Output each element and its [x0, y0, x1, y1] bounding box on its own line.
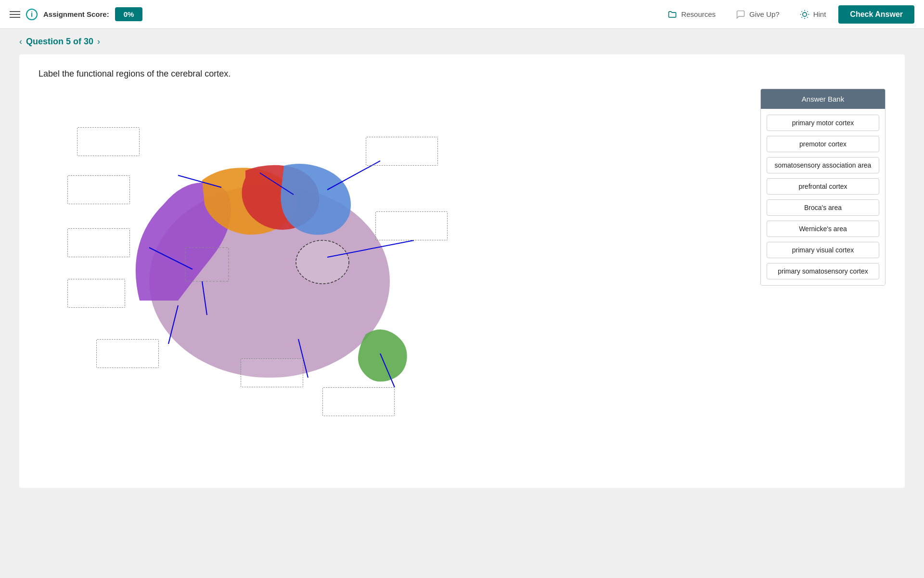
score-badge: 0%: [115, 7, 143, 21]
next-question-button[interactable]: ›: [97, 37, 100, 47]
breadcrumb: ‹ Question 5 of 30 ›: [0, 29, 924, 54]
svg-line-3: [801, 11, 802, 12]
bulb-icon: [800, 10, 809, 19]
drop-zone-9[interactable]: [322, 387, 395, 416]
info-icon[interactable]: i: [26, 9, 38, 20]
svg-line-7: [801, 17, 802, 17]
question-text: Label the functional regions of the cere…: [38, 69, 886, 79]
svg-point-10: [296, 240, 349, 284]
answer-item-1[interactable]: premotor cortex: [767, 136, 879, 152]
assignment-score-label: Assignment Score:: [43, 10, 109, 18]
prev-question-button[interactable]: ‹: [19, 37, 22, 47]
answer-item-2[interactable]: somatosensory association area: [767, 157, 879, 173]
drop-zone-4[interactable]: [67, 279, 125, 308]
diagram-area: Answer Bank primary motor cortex premoto…: [38, 89, 886, 426]
answer-item-0[interactable]: primary motor cortex: [767, 115, 879, 131]
header-left: i Assignment Score: 0%: [10, 7, 325, 21]
drop-zone-3[interactable]: [67, 228, 130, 257]
check-answer-button[interactable]: Check Answer: [838, 5, 914, 24]
answer-item-3[interactable]: prefrontal cortex: [767, 178, 879, 195]
answer-bank-header: Answer Bank: [761, 89, 885, 109]
question-card: Label the functional regions of the cere…: [19, 54, 905, 488]
answer-item-5[interactable]: Wernicke's area: [767, 221, 879, 237]
svg-line-8: [807, 11, 808, 12]
svg-line-4: [807, 17, 808, 17]
header-right: Resources Give Up? Hint Check Answer: [660, 5, 914, 24]
folder-icon: [667, 10, 677, 19]
drop-zone-1[interactable]: [77, 127, 140, 156]
drop-zone-6[interactable]: [366, 137, 438, 166]
answer-item-4[interactable]: Broca's area: [767, 199, 879, 216]
question-progress: Question 5 of 30: [26, 37, 93, 47]
answer-bank: Answer Bank primary motor cortex premoto…: [760, 89, 886, 286]
main-content: Label the functional regions of the cere…: [0, 54, 924, 507]
svg-point-0: [802, 12, 806, 16]
resources-button[interactable]: Resources: [660, 6, 723, 23]
hamburger-menu[interactable]: [10, 11, 20, 18]
drop-zone-5[interactable]: [96, 339, 159, 368]
answer-bank-body: primary motor cortex premotor cortex som…: [761, 109, 885, 285]
give-up-button[interactable]: Give Up?: [728, 6, 787, 23]
drop-zone-2[interactable]: [67, 175, 130, 204]
drop-zone-8[interactable]: [241, 358, 303, 387]
header: i Assignment Score: 0% Resources Give Up…: [0, 0, 924, 29]
message-icon: [736, 10, 745, 19]
answer-item-7[interactable]: primary somatosensory cortex: [767, 263, 879, 279]
drop-zone-7[interactable]: [375, 211, 448, 240]
answer-item-6[interactable]: primary visual cortex: [767, 242, 879, 258]
hint-button[interactable]: Hint: [792, 6, 834, 23]
